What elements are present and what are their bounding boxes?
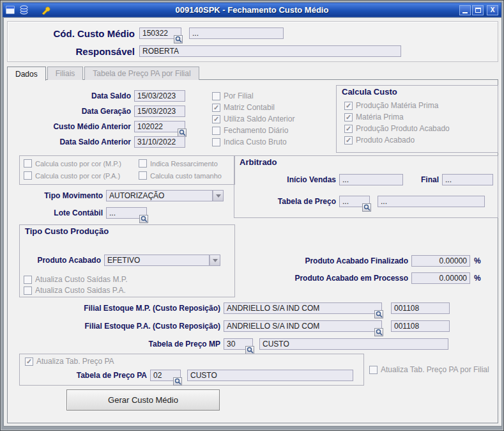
produto-acabado-row: Produto Acabado EFETIVO <box>22 255 220 266</box>
tabela-preco-mp-desc-field[interactable]: CUSTO <box>259 338 448 350</box>
tabela-preco-mp-label: Tabela de Preço MP <box>13 340 224 349</box>
arbitrado-group: Arbitrado Início Vendas ... Final ... Ta… <box>234 155 498 218</box>
checkbox-box: ✓ <box>344 102 353 110</box>
filial-estoque-mp-field[interactable]: ANDRIELLO S/A IND COM <box>224 302 382 314</box>
checkbox-calcula-custo-tamanho[interactable]: Calcula custo tamanho <box>139 171 222 180</box>
checkbox-label: Atualiza Custo Saídas M.P. <box>35 275 128 284</box>
checkbox-label: Calcula custo por cor (M.P.) <box>35 160 121 168</box>
produto-acabado-em-processo-label: Produto Acabado em Processo <box>238 274 411 283</box>
checkbox-indica-ressarcimento[interactable]: Indica Ressarcimento <box>139 159 218 168</box>
cod-custo-medio-lookup-button[interactable] <box>174 35 183 43</box>
checkbox-label: Atualiza Custo Saidas P.A. <box>35 286 126 295</box>
magnifier-icon <box>141 216 148 223</box>
checkbox-label: Por Filial <box>224 91 254 100</box>
tipo-movimento-select[interactable]: AUTORIZAÇÃO <box>106 190 224 201</box>
checkbox-box: ✓ <box>344 113 353 121</box>
responsavel-field[interactable]: ROBERTA <box>139 45 401 57</box>
produto-acabado-select[interactable]: EFETIVO <box>104 255 220 266</box>
cod-custo-medio-row: Cód. Custo Médio 150322 ... <box>14 27 284 39</box>
produto-acabado-em-processo-row: Produto Acabado em Processo 0.00000 % <box>238 272 481 284</box>
data-saldo-label: Data Saldo <box>13 91 134 100</box>
checkbox-indica-custo-bruto[interactable]: Indica Custo Bruto <box>212 137 287 146</box>
cod-custo-medio-label: Cód. Custo Médio <box>14 28 139 39</box>
lote-contabil-row: Lote Contábil ... <box>10 207 147 219</box>
checkbox-label: Calcula custo por cor (P.A.) <box>35 172 120 180</box>
produto-acabado-finalizado-field[interactable]: 0.00000 <box>411 255 470 267</box>
lote-contabil-lookup-button[interactable] <box>139 215 148 223</box>
data-saldo-row: Data Saldo 15/03/2023 <box>13 90 185 102</box>
magnifier-icon <box>174 378 181 385</box>
checkbox-utiliza-saldo-anterior[interactable]: ✓ Utiliza Saldo Anterior <box>212 114 294 123</box>
tabela-preco-pa-desc-field[interactable]: CUSTO <box>187 370 353 381</box>
close-button[interactable]: X <box>487 5 498 15</box>
filial-estoque-mp-lookup-button[interactable] <box>374 310 383 318</box>
checkbox-produto-acabado[interactable]: ✓ Produto Acabado <box>344 136 415 145</box>
magnifier-icon <box>175 36 182 43</box>
filial-estoque-pa-field[interactable]: ANDRIELLO S/A IND COM <box>224 320 382 332</box>
data-saldo-anterior-field[interactable]: 31/10/2022 <box>134 136 185 148</box>
filial-estoque-mp-code-field[interactable]: 001108 <box>391 302 450 314</box>
checkbox-box <box>24 159 32 168</box>
titlebar[interactable]: 009140SPK - Fechamento Custo Médio X <box>3 3 501 17</box>
coins-icon <box>19 5 29 15</box>
tabela-preco-pa-lookup-button[interactable] <box>173 377 182 386</box>
calcula-custo-title: Calcula Custo <box>342 87 397 97</box>
checkbox-producao-produto-acabado[interactable]: ✓ Produção Produto Acabado <box>344 124 450 133</box>
filial-estoque-pa-label: Filial Estoque P.A. (Custo Reposição) <box>13 322 224 331</box>
tabela-preco-pa-label: Tabela de Preço PA <box>22 371 150 380</box>
checkbox-por-filial[interactable]: Por Filial <box>212 91 254 100</box>
checkbox-box <box>212 138 220 146</box>
tab-filiais[interactable]: Filiais <box>47 67 84 80</box>
tab-dados[interactable]: Dados <box>7 67 46 81</box>
checkbox-matriz-contabil[interactable]: ✓ Matriz Contabil <box>212 103 275 112</box>
tabela-preco-pa-row: Tabela de Preço PA 02 CUSTO <box>22 370 353 381</box>
data-geracao-field[interactable]: 15/03/2023 <box>134 106 185 117</box>
produto-acabado-em-processo-field[interactable]: 0.00000 <box>411 272 470 284</box>
arbitrado-title: Arbitrado <box>240 157 277 167</box>
final-field[interactable]: ... <box>442 174 493 185</box>
checkbox-box <box>24 171 32 180</box>
minimize-button[interactable] <box>459 5 471 15</box>
filial-estoque-pa-lookup-button[interactable] <box>374 328 383 336</box>
cor-flags-group: Calcula custo por cor (M.P.) Indica Ress… <box>19 155 235 185</box>
maximize-button[interactable] <box>472 5 484 15</box>
checkbox-atualiza-tab-preco-pa[interactable]: ✓ Atualiza Tab. Preço PA <box>25 357 114 366</box>
checkbox-producao-materia-prima[interactable]: ✓ Produção Matéria Prima <box>344 101 438 110</box>
filial-estoque-pa-code-field[interactable]: 001108 <box>391 320 450 332</box>
responsavel-row: Responsável ROBERTA <box>14 45 401 57</box>
data-geracao-label: Data Geração <box>13 107 134 116</box>
tabela-de-preco-lookup-button[interactable] <box>362 203 371 212</box>
wrench-icon[interactable] <box>41 5 51 15</box>
filial-estoque-mp-row: Filial Estoque M.P. (Custo Reposição) AN… <box>13 302 450 314</box>
checkbox-atualiza-custo-saidas-pa[interactable]: Atualiza Custo Saidas P.A. <box>24 286 126 295</box>
header-panel: Cód. Custo Médio 150322 ... Responsável … <box>7 21 498 62</box>
maximize-icon <box>475 8 481 13</box>
tipo-movimento-row: Tipo Movimento AUTORIZAÇÃO <box>10 190 224 201</box>
percent-sign: % <box>474 256 481 265</box>
tabela-de-preco-desc-field[interactable]: ... <box>378 196 485 207</box>
produto-acabado-dropdown-button[interactable] <box>210 255 220 266</box>
gerar-custo-medio-button[interactable]: Gerar Custo Médio <box>66 389 220 411</box>
checkbox-materia-prima[interactable]: ✓ Matéria Prima <box>344 113 404 121</box>
checkbox-box <box>212 127 220 135</box>
checkbox-calcula-custo-por-cor-pa[interactable]: Calcula custo por cor (P.A.) <box>24 171 120 180</box>
produto-acabado-finalizado-label: Produto Acabado Finalizado <box>238 256 411 265</box>
inicio-vendas-field[interactable]: ... <box>339 174 403 185</box>
titlebar-icons <box>6 5 51 15</box>
checkbox-box <box>369 366 378 374</box>
app-window: 009140SPK - Fechamento Custo Médio X Cód… <box>0 0 504 431</box>
magnifier-icon <box>247 347 254 354</box>
checkbox-atualiza-tab-preco-pa-por-filial[interactable]: Atualiza Tab. Preço PA por Filial <box>369 365 489 374</box>
checkbox-atualiza-custo-saidas-mp[interactable]: Atualiza Custo Saídas M.P. <box>24 275 128 284</box>
cod-custo-medio-desc-field[interactable]: ... <box>189 27 284 39</box>
dialog-client: Cód. Custo Médio 150322 ... Responsável … <box>3 18 502 427</box>
tipo-movimento-dropdown-button[interactable] <box>213 190 224 201</box>
data-saldo-anterior-row: Data Saldo Anterior 31/10/2022 <box>13 136 185 148</box>
checkbox-calcula-custo-por-cor-mp[interactable]: Calcula custo por cor (M.P.) <box>24 159 121 168</box>
checkbox-fechamento-diario[interactable]: Fechamento Diário <box>212 126 288 135</box>
tabela-de-preco-label: Tabela de Preço <box>238 197 339 206</box>
calcula-custo-group: Calcula Custo ✓ Produção Matéria Prima ✓… <box>336 85 498 153</box>
checkbox-box <box>24 286 32 295</box>
data-saldo-field[interactable]: 15/03/2023 <box>134 90 185 102</box>
tab-tabela-preco-pa-por-filial[interactable]: Tabela de Preço PA por Filial <box>84 67 199 80</box>
